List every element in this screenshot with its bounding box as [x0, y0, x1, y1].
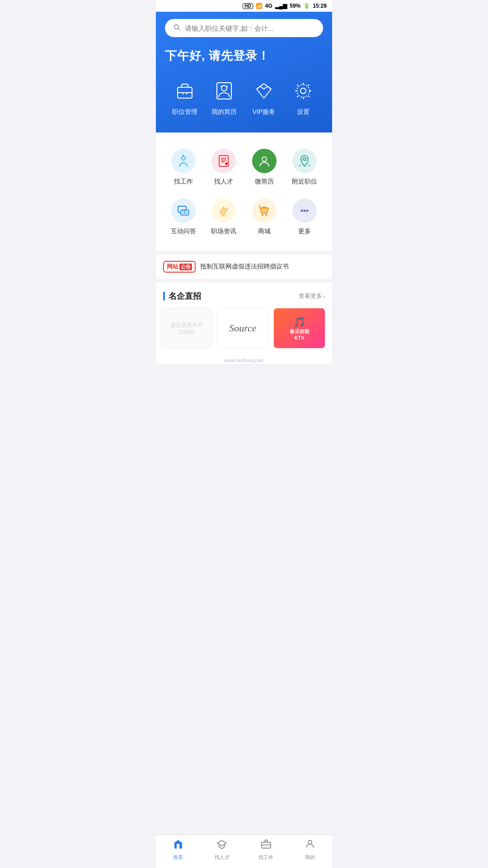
hero-section: 下午好, 请先登录！ 职位管理 [156, 12, 332, 132]
micro-resume-label: 微简历 [255, 178, 274, 186]
svg-point-30 [306, 210, 309, 212]
svg-point-27 [265, 214, 267, 216]
svg-point-12 [297, 85, 310, 97]
service-grid: 找工作 找人才 微简历 [163, 143, 325, 243]
svg-point-21 [303, 158, 306, 160]
person-icon [305, 839, 315, 852]
svg-text:?: ? [183, 210, 186, 215]
famous-company-section-header: 名企直招 查看更多 › [156, 279, 332, 308]
nearby-icon [292, 149, 317, 173]
chevron-right-icon: › [323, 293, 325, 300]
find-talent-icon [211, 149, 236, 173]
mall-icon [252, 198, 277, 223]
svg-line-1 [178, 28, 180, 30]
svg-point-33 [308, 840, 312, 844]
job-manage-label: 职位管理 [172, 108, 197, 116]
nav-mine[interactable]: 我的 [288, 839, 333, 861]
company-cards-row: 该企业无卡片LOGO Source 🎵 春乐欣歌 KTV [156, 308, 332, 356]
section-more-link[interactable]: 查看更多 › [299, 292, 325, 300]
greeting-text: 下午好, 请先登录！ [165, 48, 323, 64]
settings-label: 设置 [297, 108, 310, 116]
hero-icon-job-manage[interactable]: 职位管理 [172, 78, 197, 116]
gear-icon [291, 78, 316, 104]
service-qa[interactable]: ? 互动问答 [163, 193, 204, 243]
nav-find-job-label: 找工作 [258, 854, 273, 861]
svg-point-29 [304, 210, 306, 212]
micro-resume-icon [252, 149, 277, 173]
nav-find-talent-label: 找人才 [215, 854, 230, 861]
section-title: 名企直招 [163, 291, 201, 302]
battery-icon: 🔋 [303, 3, 310, 9]
hero-icons-row: 职位管理 我的简历 VIP服务 [165, 78, 323, 116]
company-card-1[interactable]: 该企业无卡片LOGO [160, 308, 212, 349]
company-card-2[interactable]: Source [217, 308, 269, 349]
svg-point-11 [300, 88, 306, 94]
svg-point-19 [225, 162, 228, 165]
service-nearby[interactable]: 附近职位 [285, 143, 325, 193]
badge-text2: 公告 [179, 264, 192, 270]
news-label: 职场资讯 [211, 227, 236, 236]
nav-home[interactable]: 首页 [156, 839, 200, 861]
briefcase-icon [172, 78, 197, 104]
company-logo-placeholder: 该企业无卡片LOGO [164, 321, 208, 335]
news-icon [211, 198, 236, 223]
nav-mine-label: 我的 [305, 854, 315, 861]
diamond-icon [251, 78, 277, 104]
service-news[interactable]: 职场资讯 [204, 193, 244, 243]
hd-badge: HD [243, 3, 253, 9]
qa-icon: ? [171, 198, 196, 223]
service-micro-resume[interactable]: 微简历 [244, 143, 285, 193]
nav-find-job[interactable]: 找工作 [244, 839, 288, 861]
signal-bars: ▂▄▆ [275, 3, 287, 9]
service-mall[interactable]: 商城 [244, 193, 285, 243]
source-logo: Source [229, 322, 256, 334]
vip-label: VIP服务 [252, 108, 275, 116]
announcement-bar[interactable]: 网站 公告 抵制互联网虚假违法招聘倡议书 [156, 251, 332, 279]
briefcase-nav-icon [261, 839, 272, 852]
more-label: 更多 [298, 227, 311, 236]
search-icon [173, 24, 180, 33]
wifi-icon: 📶 [256, 3, 263, 9]
svg-point-20 [262, 157, 267, 161]
signal-type: 4G [265, 3, 272, 9]
svg-point-26 [262, 214, 263, 216]
svg-point-25 [220, 215, 227, 217]
bottom-nav: 首页 找人才 找工作 我的 [156, 835, 332, 868]
find-job-icon [171, 149, 196, 173]
qa-label: 互动问答 [171, 227, 196, 236]
nearby-label: 附近职位 [292, 178, 317, 186]
resume-label: 我的简历 [211, 108, 237, 116]
watermark: www.hezhong.net [156, 356, 332, 364]
ktv-logo: 🎵 春乐欣歌 KTV [290, 316, 310, 340]
company-card-3[interactable]: 🎵 春乐欣歌 KTV [273, 308, 325, 349]
find-talent-label: 找人才 [214, 178, 233, 186]
mall-label: 商城 [258, 227, 271, 236]
hero-icon-vip[interactable]: VIP服务 [251, 78, 277, 116]
hero-icon-settings[interactable]: 设置 [291, 78, 316, 116]
hero-icon-resume[interactable]: 我的简历 [211, 78, 237, 116]
status-bar: HD 📶 4G ▂▄▆ 59% 🔋 15:29 [156, 0, 332, 12]
home-icon [173, 839, 183, 852]
search-bar[interactable] [165, 19, 323, 37]
search-input[interactable] [185, 24, 315, 32]
person-resume-icon [211, 78, 237, 104]
svg-point-13 [182, 156, 185, 160]
nav-find-talent[interactable]: 找人才 [200, 839, 244, 861]
find-job-label: 找工作 [174, 178, 193, 186]
announcement-text: 抵制互联网虚假违法招聘倡议书 [200, 263, 289, 271]
svg-point-0 [174, 25, 178, 29]
nav-home-label: 首页 [173, 854, 183, 861]
announcement-badge: 网站 公告 [163, 261, 196, 273]
time: 15:29 [313, 3, 327, 9]
battery: 59% [290, 3, 300, 9]
service-find-talent[interactable]: 找人才 [204, 143, 244, 193]
svg-marker-10 [257, 84, 271, 98]
service-section: 找工作 找人才 微简历 [156, 132, 332, 251]
more-icon [292, 198, 317, 223]
badge-text1: 网站 [167, 263, 178, 271]
graduation-icon [216, 839, 227, 852]
service-more[interactable]: 更多 [285, 193, 325, 243]
svg-point-28 [301, 210, 303, 212]
service-find-job[interactable]: 找工作 [163, 143, 204, 193]
